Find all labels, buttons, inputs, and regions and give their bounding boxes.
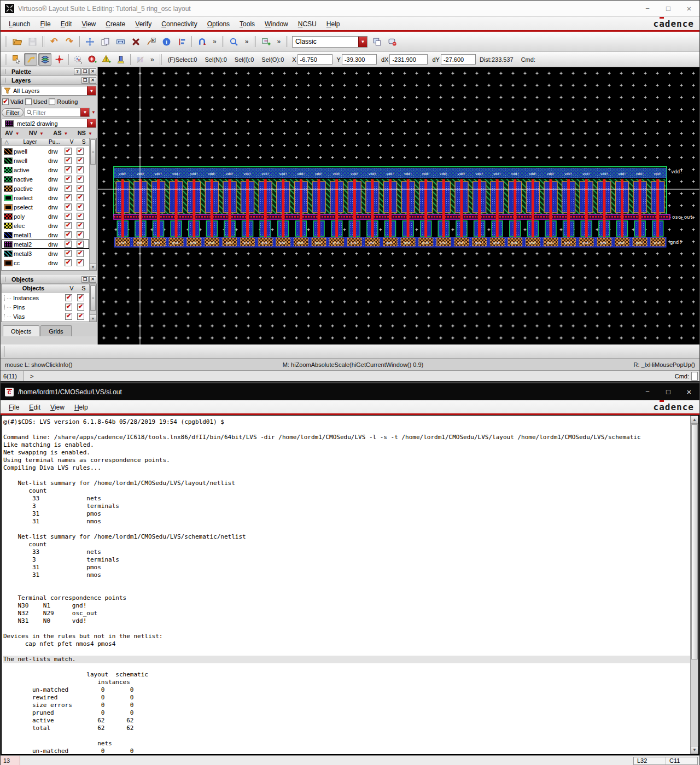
selectable-checkbox[interactable]	[77, 313, 84, 320]
selectable-checkbox[interactable]	[77, 259, 84, 266]
layers-header[interactable]: Layers ❏ ✕	[1, 76, 97, 85]
scroll-down-icon[interactable]: ▼	[90, 263, 96, 270]
layer-row-poly[interactable]: polydrw	[2, 212, 89, 221]
object-row-pins[interactable]: ···Pins	[2, 302, 89, 312]
layout-canvas[interactable]: vdd!gnd!vdd!gnd!vdd!gnd!vdd!gnd!vdd!gnd!…	[98, 67, 699, 344]
layer-row-pwell[interactable]: pwelldrw	[2, 147, 89, 156]
close-icon[interactable]: ×	[679, 384, 699, 400]
menu-item-create[interactable]: Create	[101, 19, 130, 30]
menu-item-tools[interactable]: Tools	[235, 19, 260, 30]
visible-checkbox[interactable]	[65, 203, 72, 211]
selectable-checkbox[interactable]	[77, 176, 84, 183]
toolbar-overflow-icon[interactable]: »	[242, 38, 252, 45]
titlebar[interactable]: Virtuoso® Layout Suite L Editing: Tutori…	[1, 1, 699, 17]
workspace-combobox[interactable]: Classic ▼	[292, 36, 368, 48]
menu-item-help[interactable]: Help	[322, 19, 345, 30]
close-icon[interactable]: ✕	[89, 276, 96, 283]
scrollbar-thumb[interactable]: ≡	[90, 285, 96, 311]
menu-item-file[interactable]: File	[35, 19, 55, 30]
delete-icon[interactable]	[129, 34, 143, 49]
menu-item-view[interactable]: View	[77, 19, 101, 30]
selectable-checkbox[interactable]	[77, 185, 84, 192]
maximize-icon[interactable]: □	[658, 384, 679, 400]
scrollbar-thumb[interactable]	[691, 424, 698, 659]
visible-checkbox[interactable]	[65, 313, 72, 320]
save-icon[interactable]	[25, 34, 39, 49]
visible-checkbox[interactable]	[65, 157, 72, 164]
visible-checkbox[interactable]	[65, 222, 72, 229]
chevron-down-icon[interactable]: ▼	[87, 86, 96, 95]
routing-checkbox[interactable]	[49, 98, 55, 105]
layer-table-scrollbar[interactable]: ≡ ▼	[89, 138, 96, 270]
selectable-checkbox[interactable]	[77, 231, 84, 238]
layer-row-nselect[interactable]: nselectdrw	[2, 193, 89, 202]
menu-item-ncsu[interactable]: NCSU	[293, 19, 322, 30]
current-layer-selector[interactable]: metal2 drawing ▼	[2, 119, 96, 128]
info-icon[interactable]: i	[159, 34, 173, 49]
scroll-down-icon[interactable]: ▼	[90, 314, 96, 322]
palette-header[interactable]: Palette ? ❏ ✕	[1, 67, 97, 76]
open-icon[interactable]	[10, 34, 24, 49]
visible-checkbox[interactable]	[65, 166, 72, 173]
selectable-checkbox[interactable]	[77, 194, 84, 201]
maximize-icon[interactable]: □	[658, 1, 679, 16]
command-prompt[interactable]: >	[24, 373, 675, 379]
tab-grids[interactable]: Grids	[40, 325, 71, 336]
select-mode-icon[interactable]	[10, 53, 23, 66]
visible-checkbox[interactable]	[65, 259, 72, 266]
wire-mode-icon[interactable]	[24, 53, 37, 66]
object-row-vias[interactable]: ···Vias	[2, 312, 89, 321]
menu-item-help[interactable]: Help	[69, 402, 93, 413]
layer-tap-icon[interactable]	[38, 53, 51, 66]
zoom-icon[interactable]	[227, 34, 241, 49]
menu-item-window[interactable]: Window	[260, 19, 293, 30]
workspace-revert-icon[interactable]	[385, 34, 399, 49]
objects-table-header[interactable]: Objects V S	[2, 284, 96, 293]
layer-row-pselect[interactable]: pselectdrw	[2, 202, 89, 212]
selectable-checkbox[interactable]	[77, 294, 84, 301]
layer-row-nwell[interactable]: nwelldrw	[2, 156, 89, 165]
vis-button-av[interactable]: AV ▼	[5, 130, 20, 136]
chevron-down-icon[interactable]: ▼	[358, 37, 367, 47]
filter-searchbox[interactable]: ▼	[25, 108, 90, 117]
vis-button-nv[interactable]: NV ▼	[29, 130, 44, 136]
selectable-checkbox[interactable]	[77, 166, 84, 173]
layer-row-pactive[interactable]: pactivedrw	[2, 184, 89, 193]
dock-icon[interactable]: ❏	[81, 77, 89, 84]
properties-icon[interactable]: R	[144, 34, 158, 49]
selectable-checkbox[interactable]	[77, 157, 84, 164]
visible-checkbox[interactable]	[65, 294, 72, 301]
objects-scrollbar[interactable]: ≡ ▼	[89, 284, 96, 322]
toolbar-overflow-icon[interactable]: »	[273, 38, 284, 45]
text-scrollbar[interactable]: ▲ ▼	[690, 416, 698, 754]
selectable-checkbox[interactable]	[77, 148, 84, 155]
visible-checkbox[interactable]	[65, 194, 72, 201]
close-icon[interactable]: ✕	[89, 77, 96, 84]
redo-icon[interactable]: ↷	[62, 34, 77, 49]
toolbar-overflow-icon[interactable]: »	[147, 56, 158, 63]
visible-checkbox[interactable]	[65, 176, 72, 183]
visible-checkbox[interactable]	[65, 303, 72, 311]
workspace-save-icon[interactable]	[370, 34, 384, 49]
selectable-checkbox[interactable]	[77, 303, 84, 311]
layer-row-metal1[interactable]: metal1drw	[2, 230, 89, 240]
refresh-icon[interactable]	[195, 34, 209, 49]
chevron-down-icon[interactable]: ▼	[91, 110, 96, 115]
menu-item-file[interactable]: File	[4, 402, 24, 413]
x-coordinate-field[interactable]	[298, 54, 332, 65]
scroll-up-icon[interactable]: ▲	[691, 416, 698, 424]
filter-input[interactable]	[32, 109, 65, 116]
chevron-down-icon[interactable]: ▼	[80, 108, 89, 116]
close-icon[interactable]: ✕	[89, 68, 96, 75]
layer-row-metal3[interactable]: metal3drw	[2, 249, 89, 258]
used-checkbox[interactable]	[25, 98, 32, 105]
create-instance-icon[interactable]	[259, 34, 273, 49]
copy-icon[interactable]	[98, 34, 112, 49]
selectable-checkbox[interactable]	[77, 203, 84, 211]
visible-checkbox[interactable]	[65, 241, 72, 248]
menu-item-launch[interactable]: Launch	[4, 19, 35, 30]
lamp-icon[interactable]	[114, 53, 127, 66]
selectable-checkbox[interactable]	[77, 222, 84, 229]
visible-checkbox[interactable]	[65, 250, 72, 257]
dock-icon[interactable]: ❏	[81, 276, 89, 283]
